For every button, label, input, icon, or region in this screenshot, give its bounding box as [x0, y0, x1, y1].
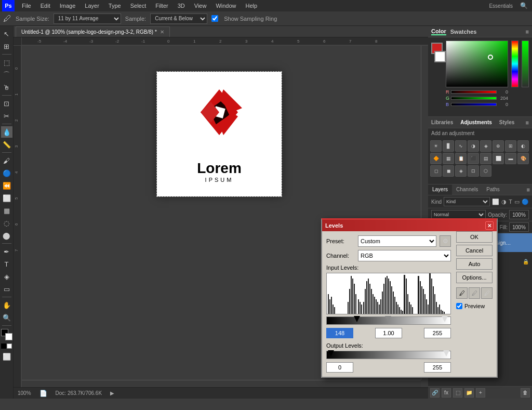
menu-layer[interactable]: Layer	[81, 2, 103, 10]
bw-btn[interactable]: ◐	[517, 140, 529, 152]
menu-view[interactable]: View	[190, 2, 211, 10]
selective-color-btn[interactable]: 🎨	[517, 153, 529, 164]
color-tab[interactable]: Color	[431, 28, 446, 35]
filter-shape-icon[interactable]: ▭	[514, 199, 520, 205]
posterize-btn[interactable]: ▤	[480, 153, 491, 164]
black-eyedropper-btn[interactable]: 🖊	[456, 287, 468, 299]
filter-type-icon[interactable]: T	[509, 199, 512, 205]
workspace-selector[interactable]: Essentials	[485, 3, 517, 9]
menu-select[interactable]: Select	[126, 2, 151, 10]
workspace-search-icon[interactable]: 🔍	[518, 2, 530, 9]
add-mask-btn[interactable]: ⬚	[453, 388, 462, 398]
tool-ruler[interactable]: 📏	[1, 139, 12, 150]
tool-pen[interactable]: ✒	[1, 246, 12, 257]
options-button[interactable]: Options...	[456, 272, 493, 283]
white-eyedropper-btn[interactable]: 🖊	[481, 287, 493, 299]
opacity-strip[interactable]	[522, 41, 529, 87]
adj-extra1[interactable]: ◻	[430, 165, 442, 177]
adj-panel-menu[interactable]: ≡	[526, 120, 529, 126]
gradient-map-btn[interactable]: ▬	[505, 153, 516, 164]
link-layers-btn[interactable]: 🔗	[430, 388, 440, 398]
menu-image[interactable]: Image	[56, 2, 80, 10]
preview-checkbox[interactable]	[456, 303, 462, 309]
show-sampling-ring-checkbox[interactable]	[211, 15, 218, 22]
tool-shape[interactable]: ▭	[1, 283, 12, 295]
input-black-value[interactable]: 148	[326, 328, 353, 338]
filter-adj-icon[interactable]: ◑	[501, 199, 507, 205]
libraries-tab[interactable]: Libraries	[431, 120, 453, 125]
fill-input[interactable]	[509, 222, 529, 232]
channels-tab[interactable]: Channels	[452, 184, 482, 195]
background-swatch[interactable]	[434, 51, 446, 62]
channel-select[interactable]: RGB	[358, 250, 451, 261]
color-gradient-box[interactable]	[446, 41, 508, 87]
curves-btn[interactable]: ∿	[455, 140, 467, 152]
output-white-value[interactable]: 255	[424, 362, 451, 373]
vibrance-btn[interactable]: ◈	[480, 140, 491, 152]
menu-help[interactable]: Help	[242, 2, 262, 10]
tool-clone[interactable]: 🔵	[1, 167, 12, 179]
adj-extra5[interactable]: ⬡	[480, 165, 491, 177]
threshold-btn[interactable]: ⬜	[493, 153, 504, 164]
menu-edit[interactable]: Edit	[36, 2, 55, 10]
color-panel-menu[interactable]: ≡	[526, 29, 529, 35]
menu-3d[interactable]: 3D	[174, 2, 189, 10]
create-group-btn[interactable]: 📁	[464, 388, 474, 398]
tool-eyedropper[interactable]: 💧	[1, 126, 12, 138]
tool-crop[interactable]: ⊡	[1, 98, 12, 109]
tool-move[interactable]: ↖	[1, 28, 12, 39]
tool-type[interactable]: T	[1, 258, 12, 270]
output-black-handle[interactable]	[328, 350, 334, 356]
tab-close-btn[interactable]: ✕	[160, 29, 164, 35]
color-picker-cursor[interactable]	[488, 55, 493, 60]
adj-extra4[interactable]: ⊡	[468, 165, 479, 177]
tool-screen-mode[interactable]: ⬜	[1, 351, 12, 362]
input-mid-value[interactable]: 1.00	[375, 328, 402, 338]
layers-tab[interactable]: Layers	[428, 184, 452, 195]
adj-extra3[interactable]: ◈	[455, 165, 467, 177]
auto-button[interactable]: Auto	[456, 258, 493, 270]
levels-btn[interactable]: ▊	[443, 140, 454, 152]
filter-pixel-icon[interactable]: ⬜	[492, 199, 499, 205]
tool-slice[interactable]: ✂	[1, 110, 12, 122]
input-white-value[interactable]: 255	[424, 328, 451, 338]
photo-filter-btn[interactable]: 🔶	[430, 153, 442, 164]
swatches-tab[interactable]: Swatches	[450, 29, 477, 35]
sample-size-select[interactable]: 11 by 11 Average	[54, 14, 121, 24]
tool-history-brush[interactable]: ⏪	[1, 180, 12, 191]
adjustments-tab[interactable]: Adjustments	[460, 120, 492, 125]
add-style-btn[interactable]: fx	[442, 388, 451, 398]
hue-strip[interactable]	[511, 41, 518, 87]
create-layer-btn[interactable]: +	[476, 388, 485, 398]
tool-eraser[interactable]: ⬜	[1, 192, 12, 204]
tool-quick-select[interactable]: 🖱	[1, 82, 12, 93]
input-mid-handle[interactable]	[385, 316, 391, 322]
invert-btn[interactable]: ⬛	[468, 153, 479, 164]
screen-mode-icon[interactable]	[7, 343, 12, 349]
tool-zoom[interactable]: 🔍	[1, 312, 12, 323]
nav-arrow[interactable]: ▶	[110, 390, 114, 396]
kind-select[interactable]: Kind	[444, 197, 490, 206]
input-white-handle[interactable]	[442, 316, 448, 322]
input-black-handle[interactable]	[354, 316, 360, 322]
opacity-input[interactable]	[509, 210, 529, 219]
menu-window[interactable]: Window	[211, 2, 240, 10]
tool-lasso[interactable]: ⌒	[1, 69, 12, 81]
tool-hand[interactable]: ✋	[1, 299, 12, 311]
styles-tab[interactable]: Styles	[499, 120, 514, 125]
hue-sat-btn[interactable]: ⊕	[493, 140, 504, 152]
color-lookup-btn[interactable]: 📋	[455, 153, 467, 164]
brightness-contrast-btn[interactable]: ☀	[430, 140, 442, 152]
sample-select[interactable]: Current & Below	[150, 14, 207, 24]
delete-layer-btn[interactable]: 🗑	[521, 388, 530, 398]
tool-blur[interactable]: ◌	[1, 217, 12, 229]
output-slider-track[interactable]	[326, 351, 451, 359]
background-color[interactable]	[5, 333, 12, 340]
preset-select[interactable]: Custom	[358, 235, 436, 247]
tool-artboard[interactable]: ⊞	[1, 41, 12, 52]
tool-marquee[interactable]: ⬚	[1, 57, 12, 68]
tool-path-select[interactable]: ◈	[1, 271, 12, 282]
color-balance-btn[interactable]: ⊞	[505, 140, 516, 152]
tool-dodge[interactable]: ⬤	[1, 230, 12, 241]
filter-smart-icon[interactable]: 🔵	[522, 199, 529, 205]
